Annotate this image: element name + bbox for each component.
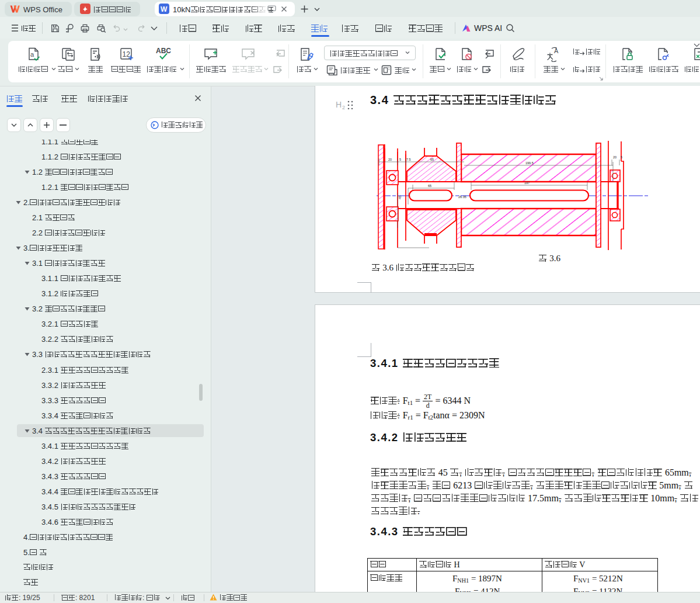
svg-text:45: 45 xyxy=(398,196,402,199)
svg-text:ABC: ABC xyxy=(156,47,171,55)
svg-text:65: 65 xyxy=(428,184,431,188)
svg-text:a: a xyxy=(30,51,34,58)
svg-text:5: 5 xyxy=(621,155,622,159)
svg-text:5: 5 xyxy=(399,158,401,161)
svg-text:199.5: 199.5 xyxy=(525,161,534,165)
svg-text:26.35: 26.35 xyxy=(458,195,466,199)
svg-text:7.5: 7.5 xyxy=(406,158,411,161)
svg-text:197: 197 xyxy=(524,181,530,185)
svg-text:20: 20 xyxy=(613,155,617,159)
svg-text:12: 12 xyxy=(123,50,131,58)
svg-text:65: 65 xyxy=(430,158,434,161)
svg-text:20: 20 xyxy=(388,158,392,161)
